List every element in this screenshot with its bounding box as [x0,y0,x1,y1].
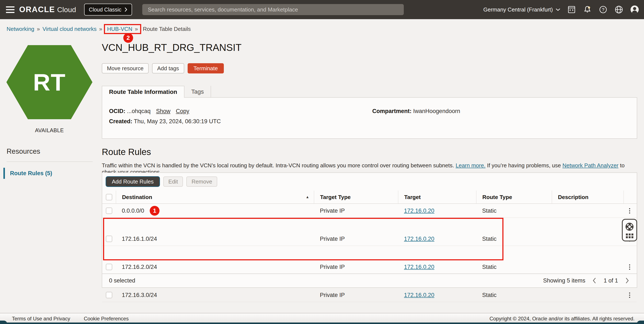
add-route-rules-button[interactable]: Add Route Rules [106,176,160,187]
breadcrumb-current: Route Table Details [143,26,191,32]
breadcrumb-networking[interactable]: Networking [6,26,34,32]
route-table-information-panel: OCID: ...ohqcaq Show Copy Created: Thu, … [102,97,637,139]
ocid-label: OCID: [109,108,126,114]
col-route-type[interactable]: Route Type [482,194,512,201]
created-value: Thu, May 23, 2024, 06:30:19 UTC [134,118,221,125]
previous-page-icon[interactable] [592,277,596,284]
table-toolbar: Add Route Rules Edit Remove [106,176,217,187]
destination-value: 172.16.2.0/24 [122,264,157,270]
showing-items-text: Showing 5 items [543,277,585,284]
route-type-value: Static [482,292,497,299]
table-row: 172.16.3.0/24 Private IP 172.16.0.20 Sta… [102,288,637,302]
sort-ascending-icon[interactable]: ▲ [306,195,309,199]
target-link[interactable]: 172.16.0.20 [404,208,434,214]
table-footer-bar: 0 selected Showing 5 items 1 of 1 [102,274,637,287]
created-label: Created: [109,118,132,125]
status-badge: AVAILABLE [6,127,92,133]
oracle-cloud-console: ORACLE Cloud Cloud Classic Germany Centr… [0,0,644,324]
detail-tabs: Route Table Information Tags [102,86,211,98]
terminate-button[interactable]: Terminate [188,63,224,73]
annotation-badge-2: 2 [123,33,133,43]
route-rules-table-panel: Add Route Rules Edit Remove Destination … [102,172,637,288]
destination-value: 0.0.0.0/0 [122,208,144,214]
col-target[interactable]: Target [404,194,421,201]
ocid-show-link[interactable]: Show [156,108,170,114]
target-link[interactable]: 172.16.0.20 [404,236,434,242]
target-type-value: Private IP [320,208,345,214]
ocid-copy-link[interactable]: Copy [176,108,189,114]
ocid-row: OCID: ...ohqcaq Show Copy [109,108,189,114]
logo-cloud-text: Cloud [57,5,76,14]
tab-tags[interactable]: Tags [184,86,211,98]
topbar-right-group: Germany Central (Frankfurt) [483,5,639,14]
breadcrumb-hub-vcn[interactable]: HUB-VCN [107,26,132,32]
sidebar-item-route-rules[interactable]: Route Rules (5) [4,168,52,179]
cloud-classic-button[interactable]: Cloud Classic [84,3,132,15]
terms-link[interactable]: Terms of Use and Privacy [12,316,70,322]
breadcrumb: Networking » Virtual cloud networks » HU… [6,26,191,32]
resources-heading: Resources [6,147,40,155]
select-all-checkbox[interactable] [106,194,112,200]
move-resource-button[interactable]: Move resource [102,63,149,73]
user-avatar[interactable] [630,5,639,14]
row-checkbox[interactable] [106,264,112,270]
col-description[interactable]: Description [558,194,588,201]
next-page-icon[interactable] [625,277,629,284]
bottom-edge-strip [0,323,644,324]
search-input[interactable] [142,4,404,15]
route-type-value: Static [482,208,497,214]
target-link[interactable]: 172.16.0.20 [404,264,434,270]
target-link[interactable]: 172.16.0.20 [404,292,434,299]
resource-actions: Move resource Add tags Terminate [102,63,224,73]
row-actions-kebab-icon[interactable] [625,288,634,302]
learn-more-link[interactable]: Learn more. [456,162,485,169]
compartment-label: Compartment: [372,108,412,114]
breadcrumb-separator: » [99,26,102,32]
row-checkbox[interactable] [106,292,112,298]
table-row: 172.16.2.0/24 Private IP 172.16.0.20 Sta… [102,260,637,274]
row-checkbox[interactable] [106,208,112,214]
table-header-row: Destination ▲ Target Type Target Route T… [102,191,637,204]
row-actions-kebab-icon[interactable] [625,260,634,274]
chevron-down-icon [556,8,560,11]
table-row: 0.0.0.0/0 1 Private IP 172.16.0.20 Stati… [102,204,637,218]
language-globe-icon[interactable] [614,5,624,14]
notifications-bell-icon[interactable] [583,5,592,14]
support-widget[interactable] [622,219,637,241]
target-type-value: Private IP [320,292,345,299]
breadcrumb-separator: » [37,26,40,32]
row-actions-kebab-icon[interactable] [625,204,634,218]
page-indicator: 1 of 1 [604,277,618,284]
target-type-value: Private IP [320,236,345,242]
annotation-box-step2: HUB-VCN » 2 [104,24,141,34]
copyright-text: Copyright © 2024, Oracle and/or its affi… [490,316,635,322]
col-destination[interactable]: Destination [122,194,152,201]
edit-button[interactable]: Edit [163,176,183,187]
svg-text:?: ? [602,7,604,12]
oracle-cloud-logo: ORACLE Cloud [19,5,76,14]
breadcrumb-separator: » [135,26,138,32]
compartment-value: IwanHoogendoorn [413,108,460,114]
page-title: VCN_HUB_RT_DRG_TRANSIT [102,42,242,53]
life-buoy-icon [625,222,634,231]
cloud-shell-icon[interactable] [567,5,576,14]
created-row: Created: Thu, May 23, 2024, 06:30:19 UTC [109,118,221,125]
ocid-value: ...ohqcaq [127,108,150,114]
add-tags-button[interactable]: Add tags [152,63,184,73]
destination-value: 172.16.1.0/24 [122,236,157,242]
help-icon[interactable]: ? [598,5,608,14]
selected-count: 0 selected [109,277,135,284]
route-rules-heading: Route Rules [102,147,151,157]
hamburger-menu-icon[interactable] [6,6,14,13]
breadcrumb-virtual-cloud-networks[interactable]: Virtual cloud networks [42,26,97,32]
network-path-analyzer-link[interactable]: Network Path Analyzer [562,162,618,169]
route-table-hexagon-icon: RT [6,45,92,119]
destination-value: 172.16.3.0/24 [122,292,157,299]
cookie-preferences-link[interactable]: Cookie Preferences [84,316,129,322]
route-type-value: Static [482,264,497,270]
tab-route-table-information[interactable]: Route Table Information [102,86,184,98]
row-checkbox[interactable] [106,236,112,242]
region-selector[interactable]: Germany Central (Frankfurt) [483,6,560,13]
col-target-type[interactable]: Target Type [320,194,351,201]
remove-button[interactable]: Remove [186,176,217,187]
